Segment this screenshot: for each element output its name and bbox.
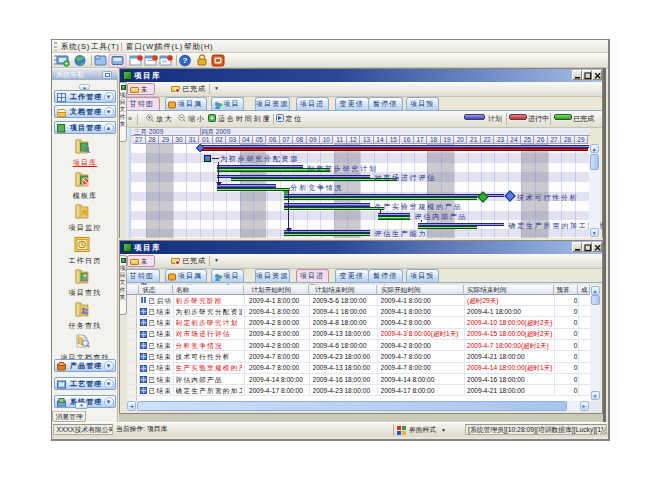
svg-text:?: ? — [183, 56, 188, 65]
